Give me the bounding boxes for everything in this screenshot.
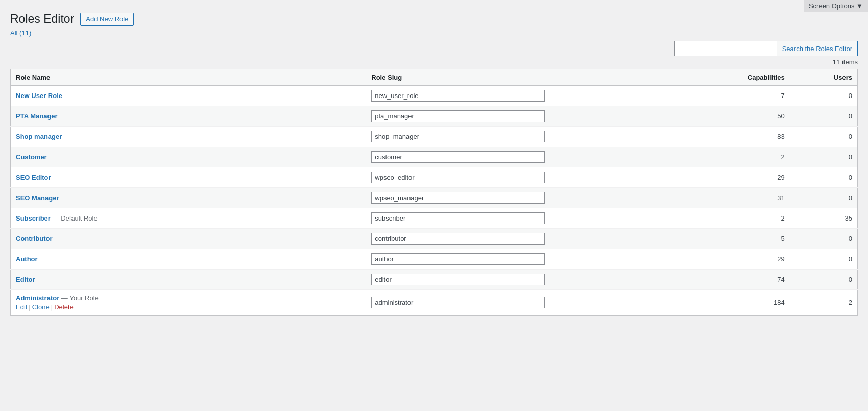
role-slug-input[interactable] bbox=[371, 90, 545, 102]
items-count: 11 items bbox=[10, 58, 858, 66]
add-new-role-button[interactable]: Add New Role bbox=[80, 13, 134, 26]
search-button[interactable]: Search the Roles Editor bbox=[777, 41, 858, 56]
screen-options-button[interactable]: Screen Options ▼ bbox=[804, 0, 868, 12]
users-value: 0 bbox=[790, 229, 858, 249]
users-value: 2 bbox=[790, 290, 858, 316]
capabilities-value: 83 bbox=[688, 127, 790, 147]
users-value: 0 bbox=[790, 106, 858, 127]
role-name-link[interactable]: New User Role bbox=[16, 92, 62, 100]
capabilities-value: 31 bbox=[688, 188, 790, 208]
users-value: 35 bbox=[790, 208, 858, 229]
role-tag: — Your Role bbox=[59, 294, 99, 302]
table-row: Contributor50 bbox=[11, 229, 858, 249]
role-slug-input[interactable] bbox=[371, 172, 545, 183]
search-box: Search the Roles Editor bbox=[674, 41, 858, 56]
role-slug-input[interactable] bbox=[371, 274, 545, 285]
role-slug-input[interactable] bbox=[371, 151, 545, 163]
role-name-link[interactable]: Subscriber bbox=[16, 214, 51, 222]
role-slug-input[interactable] bbox=[371, 192, 545, 204]
table-row: PTA Manager500 bbox=[11, 106, 858, 127]
capabilities-value: 7 bbox=[688, 86, 790, 106]
table-row: Administrator — Your RoleEdit|Clone|Dele… bbox=[11, 290, 858, 316]
table-row: SEO Editor290 bbox=[11, 167, 858, 188]
role-name-link[interactable]: SEO Manager bbox=[16, 194, 59, 202]
edit-link[interactable]: Edit bbox=[16, 303, 27, 311]
capabilities-value: 184 bbox=[688, 290, 790, 316]
col-header-role-slug: Role Slug bbox=[366, 69, 688, 86]
table-row: Author290 bbox=[11, 249, 858, 270]
table-row: New User Role70 bbox=[11, 86, 858, 106]
role-name-link[interactable]: Administrator bbox=[16, 294, 59, 302]
users-value: 0 bbox=[790, 270, 858, 290]
table-header-row: Role Name Role Slug Capabilities Users bbox=[11, 69, 858, 86]
capabilities-value: 74 bbox=[688, 270, 790, 290]
role-name-link[interactable]: SEO Editor bbox=[16, 174, 51, 181]
col-header-role-name: Role Name bbox=[11, 69, 367, 86]
capabilities-value: 5 bbox=[688, 229, 790, 249]
role-slug-input[interactable] bbox=[371, 253, 545, 265]
search-input[interactable] bbox=[674, 41, 777, 56]
role-slug-input[interactable] bbox=[371, 131, 545, 142]
capabilities-value: 29 bbox=[688, 249, 790, 270]
page-header: Roles Editor Add New Role bbox=[10, 5, 858, 29]
sep: | bbox=[51, 303, 53, 311]
role-name-link[interactable]: Author bbox=[16, 255, 38, 263]
role-name-link[interactable]: Shop manager bbox=[16, 133, 62, 140]
screen-options-bar: Screen Options ▼ bbox=[804, 0, 868, 12]
users-value: 0 bbox=[790, 127, 858, 147]
table-row: Editor740 bbox=[11, 270, 858, 290]
role-slug-input[interactable] bbox=[371, 110, 545, 122]
users-value: 0 bbox=[790, 249, 858, 270]
role-tag: — Default Role bbox=[51, 214, 98, 222]
role-name-link[interactable]: Customer bbox=[16, 153, 47, 161]
tablenav: Search the Roles Editor bbox=[10, 41, 858, 56]
role-slug-input[interactable] bbox=[371, 212, 545, 224]
role-slug-input[interactable] bbox=[371, 297, 545, 308]
clone-link[interactable]: Clone bbox=[32, 303, 50, 311]
delete-link[interactable]: Delete bbox=[54, 303, 74, 311]
row-actions: Edit|Clone|Delete bbox=[16, 303, 361, 311]
capabilities-value: 2 bbox=[688, 208, 790, 229]
capabilities-value: 29 bbox=[688, 167, 790, 188]
users-value: 0 bbox=[790, 86, 858, 106]
users-value: 0 bbox=[790, 167, 858, 188]
table-row: Subscriber — Default Role235 bbox=[11, 208, 858, 229]
page-title: Roles Editor bbox=[10, 12, 74, 26]
filter-bar: All (11) bbox=[10, 29, 858, 37]
col-header-users: Users bbox=[790, 69, 858, 86]
role-name-link[interactable]: Editor bbox=[16, 276, 35, 283]
sep: | bbox=[29, 303, 30, 311]
users-value: 0 bbox=[790, 147, 858, 167]
capabilities-value: 50 bbox=[688, 106, 790, 127]
capabilities-value: 2 bbox=[688, 147, 790, 167]
users-value: 0 bbox=[790, 188, 858, 208]
role-slug-input[interactable] bbox=[371, 233, 545, 245]
col-header-capabilities: Capabilities bbox=[688, 69, 790, 86]
roles-table: Role Name Role Slug Capabilities Users N… bbox=[10, 69, 858, 316]
filter-all-link[interactable]: All (11) bbox=[10, 29, 31, 37]
table-row: Customer20 bbox=[11, 147, 858, 167]
role-name-link[interactable]: PTA Manager bbox=[16, 112, 58, 120]
role-name-link[interactable]: Contributor bbox=[16, 235, 52, 243]
table-row: SEO Manager310 bbox=[11, 188, 858, 208]
table-row: Shop manager830 bbox=[11, 127, 858, 147]
